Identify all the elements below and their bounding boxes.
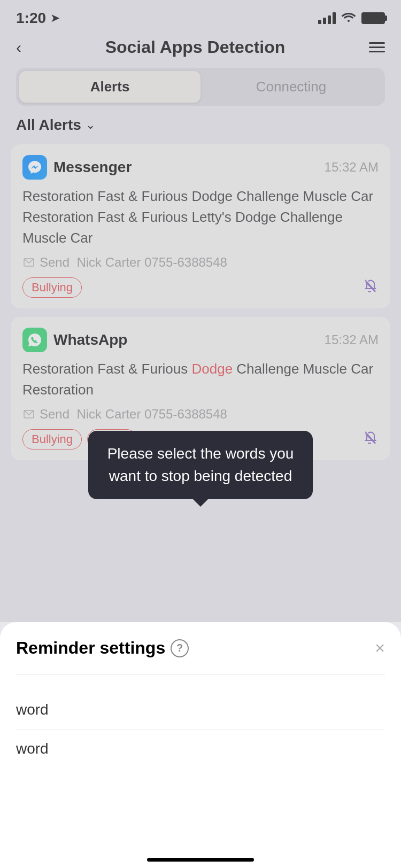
filter-label: All Alerts: [16, 117, 81, 134]
bottom-sheet: Reminder settings ? × word word: [0, 622, 401, 868]
bell-off-icon-2[interactable]: [363, 430, 379, 449]
tooltip-box: Please select the words you want to stop…: [88, 431, 313, 499]
alert-card-messenger[interactable]: Messenger 15:32 AM Restoration Fast & Fu…: [11, 144, 390, 308]
home-indicator: [147, 858, 254, 862]
chevron-down-icon: ⌄: [86, 118, 95, 132]
menu-button[interactable]: [369, 42, 385, 52]
close-button[interactable]: ×: [375, 638, 385, 658]
whatsapp-sender: Send Nick Carter 0755-6388548: [22, 407, 379, 422]
whatsapp-app-icon: [22, 328, 47, 352]
status-bar: 1:20 ➤: [0, 0, 401, 32]
battery-icon: [361, 12, 385, 24]
messenger-app-icon: [22, 155, 47, 180]
messenger-time: 15:32 AM: [325, 160, 379, 175]
messenger-tags: Bullying: [22, 277, 82, 298]
status-time: 1:20: [16, 10, 46, 27]
page-title: Social Apps Detection: [105, 37, 286, 57]
messenger-message: Restoration Fast & Furious Dodge Challen…: [22, 186, 379, 249]
highlighted-word: Dodge: [191, 361, 233, 377]
bell-off-icon[interactable]: [363, 278, 379, 298]
messenger-sender: Send Nick Carter 0755-6388548: [22, 255, 379, 270]
info-icon[interactable]: ?: [171, 639, 189, 657]
tab-alerts[interactable]: Alerts: [19, 71, 200, 103]
word-item-1[interactable]: word: [16, 691, 385, 730]
tab-connecting[interactable]: Connecting: [200, 71, 382, 103]
status-icons: [318, 11, 385, 26]
tag-bullying-2: Bullying: [22, 429, 82, 449]
messenger-app-name: Messenger: [53, 159, 132, 176]
tab-switcher: Alerts Connecting: [16, 68, 385, 106]
whatsapp-time: 15:32 AM: [325, 332, 379, 347]
signal-bars-icon: [318, 12, 336, 24]
wifi-icon: [341, 11, 356, 26]
tooltip-container: Please select the words you want to stop…: [88, 431, 313, 499]
whatsapp-message: Restoration Fast & Furious Dodge Challen…: [22, 359, 379, 400]
sheet-divider: [16, 674, 385, 675]
back-button[interactable]: ‹: [16, 38, 21, 57]
tooltip-text: Please select the words you want to stop…: [107, 445, 294, 484]
whatsapp-app-name: WhatsApp: [53, 331, 127, 348]
location-icon: ➤: [50, 11, 60, 25]
alerts-list: Messenger 15:32 AM Restoration Fast & Fu…: [0, 144, 401, 460]
sheet-title: Reminder settings ?: [16, 638, 189, 658]
word-item-2[interactable]: word: [16, 730, 385, 768]
filter-row[interactable]: All Alerts ⌄: [0, 117, 401, 144]
header: ‹ Social Apps Detection: [0, 32, 401, 68]
tag-bullying: Bullying: [22, 277, 82, 298]
